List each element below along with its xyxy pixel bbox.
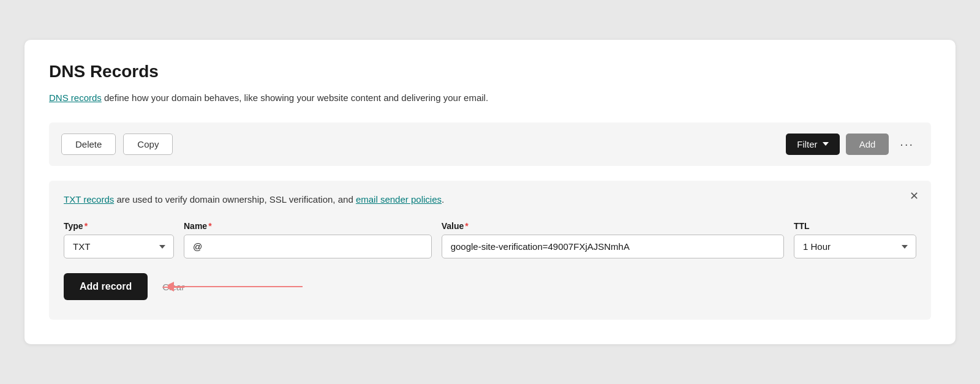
txt-records-link[interactable]: TXT records bbox=[64, 194, 114, 205]
toolbar-right: Filter Add ··· bbox=[786, 134, 919, 155]
toolbar: Delete Copy Filter Add ··· bbox=[49, 122, 931, 166]
page-title: DNS Records bbox=[49, 62, 931, 81]
dns-records-link[interactable]: DNS records bbox=[49, 92, 102, 103]
value-label: Value* bbox=[442, 221, 784, 231]
arrow-svg bbox=[168, 279, 303, 294]
description: DNS records define how your domain behav… bbox=[49, 91, 931, 105]
toolbar-left: Delete Copy bbox=[61, 134, 173, 155]
name-label: Name* bbox=[184, 221, 432, 231]
arrow-indicator bbox=[168, 279, 303, 294]
form-row: Type* TXTACNAMEMXAAAA Name* Value* bbox=[64, 221, 916, 258]
type-group: Type* TXTACNAMEMXAAAA bbox=[64, 221, 174, 258]
name-group: Name* bbox=[184, 221, 432, 258]
ttl-select-wrapper: 1 Hour30 Minutes1 DayCustom bbox=[794, 235, 916, 258]
type-select[interactable]: TXTACNAMEMXAAAA bbox=[64, 235, 174, 258]
value-required: * bbox=[465, 221, 468, 231]
name-input[interactable] bbox=[184, 235, 432, 258]
main-card: DNS Records DNS records define how your … bbox=[24, 40, 956, 344]
close-button[interactable]: ✕ bbox=[910, 190, 919, 201]
delete-button[interactable]: Delete bbox=[61, 134, 116, 155]
actions-row: Add record Clear bbox=[64, 273, 916, 300]
info-banner: TXT records are used to verify domain ow… bbox=[49, 181, 931, 320]
more-button[interactable]: ··· bbox=[895, 135, 919, 154]
type-required: * bbox=[85, 221, 88, 231]
email-sender-policies-link[interactable]: email sender policies bbox=[356, 194, 442, 205]
ttl-label: TTL bbox=[794, 221, 916, 231]
type-select-wrapper: TXTACNAMEMXAAAA bbox=[64, 235, 174, 258]
add-button[interactable]: Add bbox=[846, 134, 889, 155]
copy-button[interactable]: Copy bbox=[123, 134, 173, 155]
type-label: Type* bbox=[64, 221, 174, 231]
name-required: * bbox=[208, 221, 211, 231]
add-record-button[interactable]: Add record bbox=[64, 273, 148, 300]
chevron-down-icon bbox=[823, 142, 829, 146]
value-input[interactable] bbox=[442, 235, 784, 258]
filter-button[interactable]: Filter bbox=[786, 134, 839, 155]
filter-label: Filter bbox=[797, 139, 817, 149]
ttl-select[interactable]: 1 Hour30 Minutes1 DayCustom bbox=[794, 235, 916, 258]
ttl-group: TTL 1 Hour30 Minutes1 DayCustom bbox=[794, 221, 916, 258]
value-group: Value* bbox=[442, 221, 784, 258]
banner-text: TXT records are used to verify domain ow… bbox=[64, 193, 916, 207]
